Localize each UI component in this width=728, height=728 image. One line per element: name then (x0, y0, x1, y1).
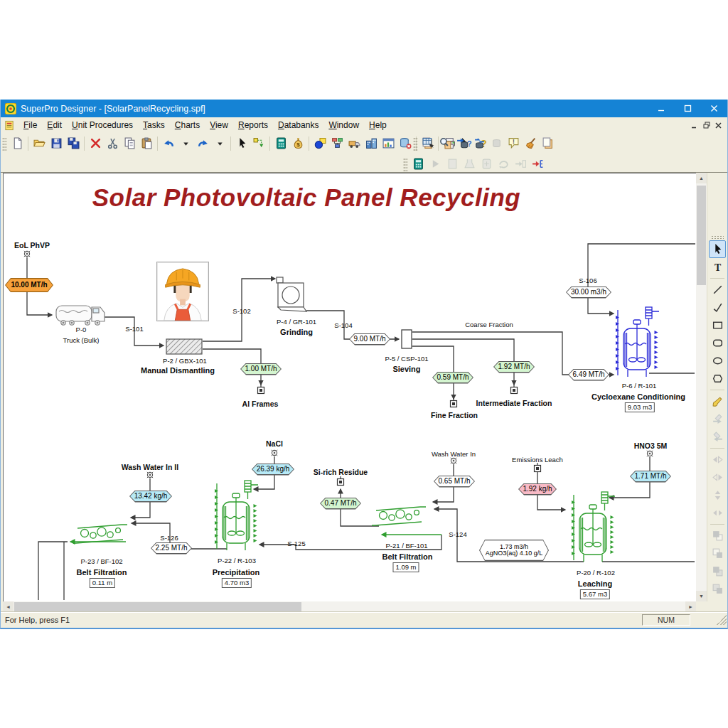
preview-button[interactable] (437, 134, 454, 152)
unit-belt-filter-bf101[interactable] (372, 507, 426, 525)
horizontal-scrollbar[interactable]: ◄ ► (3, 601, 696, 612)
stream-flag[interactable]: 1.92 kg/h (518, 483, 557, 496)
unit-grinding-gr101[interactable] (277, 277, 306, 311)
format-tool-button[interactable] (709, 392, 726, 410)
vertical-scrollbar[interactable]: ▲ ▼ (696, 173, 707, 601)
mdi-close-icon[interactable] (712, 120, 724, 131)
input-icon-hno3[interactable] (647, 451, 653, 456)
note-button[interactable]: ! (505, 134, 522, 152)
menu-view[interactable]: View (205, 119, 233, 132)
polygon-tool-button[interactable] (709, 370, 726, 387)
new-file-button[interactable] (9, 134, 26, 152)
delete-button[interactable] (87, 134, 104, 152)
mdi-minimize-icon[interactable] (688, 120, 700, 131)
stream-flag-text: 1.92 kg/h (523, 486, 552, 493)
chart-window-button[interactable] (380, 134, 397, 152)
menu-databanks[interactable]: Databanks (273, 119, 323, 132)
stream-flag[interactable]: 0.65 MT/h (434, 476, 475, 488)
undo-button[interactable] (160, 134, 177, 152)
unit-reactor-r103[interactable] (215, 481, 258, 550)
close-icon[interactable] (701, 100, 727, 117)
resize-grip[interactable] (717, 615, 727, 625)
economics-button[interactable]: $ (289, 134, 306, 152)
output-icon-fine-fraction[interactable] (451, 398, 457, 407)
menu-edit[interactable]: Edit (42, 119, 67, 132)
rectangle-tool-button[interactable] (709, 316, 726, 334)
input-icon-wash-water-ii[interactable] (147, 472, 153, 478)
stream-flag[interactable]: 1.92 MT/h (493, 361, 535, 373)
copy-button[interactable] (121, 134, 138, 152)
unit-sieving-csp101[interactable] (402, 330, 412, 348)
menu-file[interactable]: File (18, 119, 42, 132)
unit-truck-p0[interactable] (56, 306, 105, 325)
polyline-tool-button[interactable] (709, 299, 726, 316)
stream-flag[interactable]: 2.25 MT/h (151, 542, 192, 555)
stream-flag[interactable]: 1.71 MT/h (630, 471, 671, 483)
calculator-button[interactable] (272, 134, 289, 152)
flowsheet-canvas[interactable]: Solar Photovoltaic Panel Recycling 10.00… (3, 173, 697, 603)
connect-mode-button[interactable] (250, 134, 267, 152)
transfer-db-button[interactable] (471, 134, 488, 152)
unit-reactor-r102[interactable] (572, 492, 615, 562)
save-button[interactable] (48, 134, 65, 152)
duplicate-button[interactable] (539, 134, 556, 152)
dropdown-button[interactable] (211, 134, 228, 152)
menu-help[interactable]: Help (364, 119, 392, 132)
unit-manual-dismantling-gbx101[interactable] (166, 339, 202, 354)
menu-reports[interactable]: Reports (233, 119, 273, 132)
vehicle-button[interactable] (346, 134, 363, 152)
go-to-button[interactable] (529, 155, 546, 173)
menu-charts[interactable]: Charts (170, 119, 205, 132)
deposit-db-button[interactable] (454, 134, 471, 152)
mdi-restore-icon[interactable] (700, 120, 712, 131)
scroll-left-icon[interactable]: ◄ (3, 601, 14, 612)
open-button[interactable] (31, 134, 48, 152)
calculator-button[interactable] (410, 155, 427, 173)
unit-belt-filter-bf102[interactable] (73, 525, 127, 543)
menu-unit-procedures[interactable]: Unit Procedures (67, 119, 138, 132)
stream-flag[interactable]: 6.49 MT/h (568, 369, 609, 381)
scroll-down-icon[interactable]: ▼ (696, 591, 707, 601)
scroll-right-icon[interactable]: ► (685, 601, 696, 612)
cut-button[interactable] (104, 134, 121, 152)
output-icon-si-rich-residue[interactable] (338, 476, 344, 486)
input-icon-eol-phvp[interactable] (24, 251, 30, 257)
stream-flag[interactable]: 30.00 m3/h (566, 287, 611, 299)
table-view-button[interactable] (419, 134, 437, 152)
paste-button[interactable] (138, 134, 155, 152)
input-icon-wash-water[interactable] (451, 458, 456, 464)
stream-flag[interactable]: 26.39 kg/h (252, 464, 294, 476)
shapes-button[interactable] (311, 134, 328, 152)
redo-button[interactable] (194, 134, 211, 152)
stream-flag[interactable]: 0.47 MT/h (320, 498, 361, 510)
output-icon-al-frames[interactable] (258, 385, 264, 394)
menu-tasks[interactable]: Tasks (138, 119, 170, 132)
dropdown-button[interactable] (177, 134, 194, 152)
scroll-up-icon[interactable]: ▲ (696, 173, 707, 183)
vscroll-thumb[interactable] (697, 186, 706, 285)
output-icon-intermediate-fraction[interactable] (511, 385, 518, 394)
unit-reactor-r101[interactable] (616, 307, 659, 377)
stream-flag[interactable]: 13.42 kg/h (129, 491, 172, 503)
stream-flag[interactable]: 0.59 MT/h (432, 372, 473, 384)
broom-button[interactable] (522, 134, 539, 152)
select-tool-button[interactable] (709, 240, 726, 258)
ellipse-tool-button[interactable] (709, 352, 726, 370)
stream-flag[interactable]: 1.00 MT/h (240, 363, 282, 375)
menu-window[interactable]: Window (323, 119, 364, 132)
input-icon-nacl[interactable] (272, 450, 277, 456)
unit-procedures-button[interactable] (328, 134, 346, 152)
rounded-rect-tool-button[interactable] (709, 334, 726, 352)
select-button[interactable] (233, 134, 250, 152)
resources-button[interactable] (363, 134, 380, 152)
output-icon-emissions-leach[interactable] (535, 463, 541, 472)
text-tool-button[interactable]: T (709, 258, 726, 276)
minimize-icon[interactable] (648, 100, 675, 117)
hscroll-thumb[interactable] (14, 602, 301, 611)
stream-flag[interactable]: 9.00 MT/h (349, 333, 390, 346)
stream-flag[interactable]: 1.73 m3/h AgNO3(aq) 4.10 g/L (479, 540, 549, 561)
stream-flag[interactable]: 10.00 MT/h (5, 278, 53, 292)
maximize-icon[interactable] (675, 100, 701, 117)
save-all-button[interactable] (65, 134, 82, 152)
line-tool-button[interactable] (709, 281, 726, 299)
